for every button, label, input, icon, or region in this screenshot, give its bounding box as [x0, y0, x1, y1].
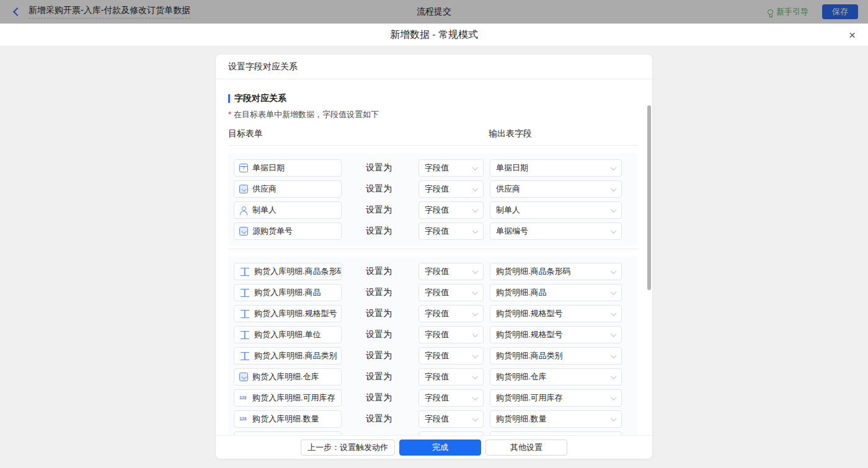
target-field-chip[interactable]: 购货入库明细.商品: [234, 284, 342, 301]
field-mapping-row: 购货入库明细.可用库存 设置为 字段值 购货明细.可用库存: [234, 389, 632, 407]
save-button[interactable]: 保存: [822, 4, 858, 19]
chevron-down-icon: [472, 206, 479, 213]
target-field-label: 单据日期: [252, 162, 285, 174]
vertical-scrollbar-thumb[interactable]: [647, 105, 651, 290]
output-field-select[interactable]: 购货明细.规格型号: [490, 326, 622, 343]
output-field-selected: 单据日期: [496, 162, 528, 174]
chevron-down-icon: [472, 352, 479, 358]
value-type-select[interactable]: 字段值: [418, 201, 484, 219]
target-field-chip[interactable]: 购货入库明细.数量: [234, 410, 342, 428]
field-mapping-row: 购货入库明细.仓库 设置为 字段值 购货明细.仓库: [234, 368, 632, 386]
chevron-down-icon: [611, 394, 617, 400]
field-mapping-row: 供应商 设置为 字段值 供应商: [234, 180, 632, 198]
close-icon[interactable]: ×: [849, 29, 856, 41]
field-mapping-row: 源购货单号 设置为 字段值 单据编号: [234, 223, 632, 240]
set-as-label: 设置为: [366, 371, 392, 382]
output-field-select[interactable]: 购货明细.仓库: [490, 368, 622, 386]
target-field-chip[interactable]: 购货入库明细.商品类别: [234, 347, 342, 364]
target-field-chip[interactable]: 购货入库明细.仓库: [234, 368, 342, 386]
panel-scroll-area: 字段对应关系 *在目标表单中新增数据，字段值设置如下 目标表单 输出表字段 单据…: [216, 79, 652, 435]
output-field-select[interactable]: 供应商: [490, 180, 622, 198]
chevron-down-icon: [611, 352, 617, 358]
bulb-icon: [768, 9, 773, 15]
output-field-selected: 购货明细.规格型号: [496, 329, 563, 340]
chevron-down-icon: [611, 373, 617, 379]
top-bar: 新增采购开票-入库-付款及修改订货单数据 流程提交 新手引导 保存: [0, 0, 868, 24]
value-type-selected: 字段值: [425, 350, 449, 361]
chevron-down-icon: [611, 185, 617, 192]
set-as-label: 设置为: [366, 287, 392, 298]
target-field-label: 购货入库明细.单位: [254, 329, 321, 340]
modal-title: 新增数据 - 常规模式: [390, 29, 478, 42]
target-field-chip[interactable]: 单据日期: [234, 159, 342, 177]
section-accent-bar: [228, 94, 230, 103]
other-settings-button[interactable]: 其他设置: [485, 439, 567, 456]
target-field-chip[interactable]: 源购货单号: [234, 223, 342, 240]
output-field-selected: 购货明细.仓库: [496, 371, 547, 382]
value-type-select[interactable]: 字段值: [418, 410, 484, 428]
target-field-label: 购货入库明细.可用库存: [252, 392, 335, 404]
value-type-select[interactable]: 字段值: [418, 159, 484, 177]
text-icon: [241, 289, 249, 297]
chevron-down-icon: [472, 394, 479, 400]
value-type-selected: 字段值: [425, 183, 449, 195]
target-field-chip[interactable]: 购货入库明细.可用库存: [234, 389, 342, 407]
output-field-select[interactable]: 购货明细.商品类别: [490, 347, 622, 364]
value-type-selected: 字段值: [425, 287, 449, 298]
output-field-select[interactable]: 购货明细.规格型号: [490, 305, 622, 322]
chevron-down-icon: [611, 164, 617, 170]
target-field-chip[interactable]: 供应商: [234, 180, 342, 198]
previous-step-button[interactable]: 上一步：设置触发动作: [301, 439, 395, 456]
header-divider: [228, 145, 637, 146]
panel-footer: 上一步：设置触发动作 完成 其他设置: [216, 435, 652, 459]
set-as-label: 设置为: [366, 392, 392, 404]
target-field-chip[interactable]: 购货入库明细.规格型号: [234, 305, 342, 322]
text-icon: [241, 310, 249, 318]
chevron-down-icon: [611, 268, 617, 274]
value-type-select[interactable]: 字段值: [418, 368, 484, 386]
text-icon: [241, 352, 249, 360]
value-type-select[interactable]: 字段值: [418, 284, 484, 301]
group-divider: [228, 249, 637, 249]
number-icon: [239, 394, 248, 402]
chevron-down-icon: [472, 310, 479, 316]
value-type-select[interactable]: 字段值: [418, 223, 484, 240]
value-type-select[interactable]: 字段值: [418, 263, 484, 280]
output-field-selected: 制单人: [496, 205, 520, 216]
target-field-chip[interactable]: 购货入库明细.单位: [234, 326, 342, 343]
output-field-select[interactable]: 单据日期: [490, 159, 622, 177]
output-field-select[interactable]: 购货明细.可用库存: [490, 389, 622, 407]
output-field-select[interactable]: 单据编号: [490, 223, 622, 240]
field-mapping-row: 购货入库明细.商品条形码 设置为 字段值 购货明细.商品条形码: [234, 263, 632, 280]
number-icon: [239, 415, 248, 423]
value-type-selected: 字段值: [425, 371, 449, 382]
user-icon: [239, 206, 248, 214]
finish-button[interactable]: 完成: [399, 439, 481, 456]
select-icon: [239, 373, 248, 381]
field-mapping-row: 购货入库明细.规格型号 设置为 字段值 购货明细.规格型号: [234, 305, 632, 322]
output-field-selected: 购货明细.商品类别: [496, 350, 563, 361]
target-field-label: 购货入库明细.商品: [254, 287, 321, 298]
value-type-selected: 字段值: [425, 226, 449, 237]
value-type-select[interactable]: 字段值: [418, 389, 484, 407]
value-type-select[interactable]: 字段值: [418, 347, 484, 364]
target-field-chip[interactable]: 购货入库明细.商品条形码: [234, 263, 342, 280]
set-as-label: 设置为: [366, 308, 392, 319]
chevron-down-icon: [472, 268, 479, 274]
output-field-select[interactable]: 制单人: [490, 201, 622, 219]
output-field-select[interactable]: 购货明细.数量: [490, 410, 622, 428]
output-field-selected: 购货明细.可用库存: [496, 392, 563, 404]
value-type-select[interactable]: 字段值: [418, 326, 484, 343]
output-field-select[interactable]: 购货明细.商品条形码: [490, 263, 622, 280]
target-field-chip[interactable]: 制单人: [234, 201, 342, 219]
mapping-hint-text: 在目标表单中新增数据，字段值设置如下: [234, 110, 379, 119]
value-type-select[interactable]: 字段值: [418, 305, 484, 322]
beginner-guide-link[interactable]: 新手引导: [768, 6, 808, 17]
output-field-select[interactable]: 购货明细.商品: [490, 284, 622, 301]
field-mapping-row: 购货入库明细.商品 设置为 字段值 购货明细.商品: [234, 284, 632, 301]
beginner-guide-label: 新手引导: [776, 6, 808, 17]
value-type-select[interactable]: 字段值: [418, 180, 484, 198]
calendar-icon: [239, 164, 248, 172]
chevron-down-icon: [611, 289, 617, 295]
text-icon: [241, 331, 249, 339]
